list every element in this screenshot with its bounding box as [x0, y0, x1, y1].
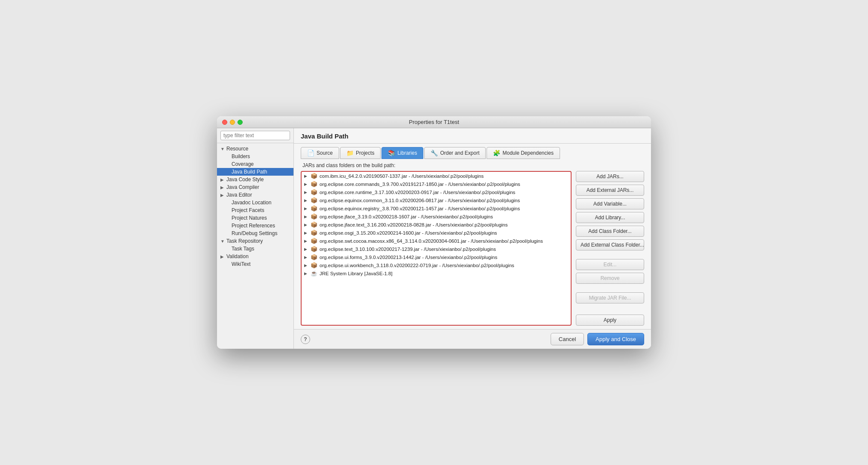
right-buttons-panel: Add JARs... Add External JARs... Add Var…: [576, 171, 644, 326]
sidebar-item-java-editor[interactable]: ▶Java Editor: [217, 191, 293, 199]
filter-container: [217, 128, 293, 143]
sidebar-item-builders[interactable]: Builders: [217, 153, 293, 160]
apply-button[interactable]: Apply: [576, 315, 644, 326]
maximize-button[interactable]: [238, 120, 243, 125]
jre-label: JRE System Library [JavaSE-1.8]: [320, 271, 393, 276]
sidebar-item-java-code-style[interactable]: ▶Java Code Style: [217, 176, 293, 183]
jar-list-item[interactable]: ▶📦org.eclipse.jface.text_3.16.200.v20200…: [302, 221, 571, 229]
migrate-jar-button[interactable]: Migrate JAR File...: [576, 292, 644, 303]
expand-icon: ▶: [220, 193, 225, 197]
expand-icon: ▶: [304, 190, 308, 194]
add-external-jars-button[interactable]: Add External JARs...: [576, 185, 644, 196]
sidebar-item-label: Run/Debug Settings: [232, 230, 277, 236]
sidebar-item-label: Javadoc Location: [232, 200, 271, 206]
tab-label: Projects: [356, 150, 374, 156]
traffic-lights: [222, 120, 243, 125]
tab-module-dependencies[interactable]: 🧩Module Dependencies: [487, 147, 560, 159]
jar-label: org.eclipse.jface.text_3.16.200.v2020021…: [320, 222, 507, 227]
window-body: ▼ResourceBuildersCoverageJava Build Path…: [217, 128, 651, 349]
jar-list-item[interactable]: ▶📦org.eclipse.equinox.registry_3.8.700.v…: [302, 204, 571, 212]
edit-button[interactable]: Edit...: [576, 259, 644, 270]
tab-projects[interactable]: 📁Projects: [340, 147, 381, 159]
jar-label: org.eclipse.ui.workbench_3.118.0.v202002…: [320, 263, 514, 268]
jar-list-item[interactable]: ▶📦org.eclipse.core.commands_3.9.700.v201…: [302, 180, 571, 188]
sidebar-item-coverage[interactable]: Coverage: [217, 160, 293, 168]
jar-list-item[interactable]: ▶📦org.eclipse.ui.forms_3.9.0.v20200213-1…: [302, 253, 571, 261]
expand-icon: ▶: [304, 206, 308, 211]
sidebar-item-java-build-path[interactable]: Java Build Path: [217, 168, 293, 176]
jar-label: com.ibm.icu_64.2.0.v20190507-1337.jar - …: [320, 174, 484, 179]
tab-libraries[interactable]: 📚Libraries: [381, 147, 423, 159]
sidebar-item-validation[interactable]: ▶Validation: [217, 253, 293, 260]
jar-icon: 📦: [310, 205, 318, 212]
sidebar-item-resource[interactable]: ▼Resource: [217, 145, 293, 153]
jar-list[interactable]: ▶📦com.ibm.icu_64.2.0.v20190507-1337.jar …: [301, 171, 572, 326]
jar-list-item[interactable]: ▶📦org.eclipse.equinox.common_3.11.0.v202…: [302, 196, 571, 204]
jar-icon: 📦: [310, 254, 318, 260]
jar-list-item[interactable]: ▶📦org.eclipse.ui.workbench_3.118.0.v2020…: [302, 261, 571, 269]
expand-icon: ▼: [220, 239, 225, 244]
sidebar-item-javadoc-location[interactable]: Javadoc Location: [217, 199, 293, 206]
jar-list-item[interactable]: ▶📦org.eclipse.jface_3.19.0.v20200218-160…: [302, 212, 571, 221]
jar-list-item[interactable]: ▶📦com.ibm.icu_64.2.0.v20190507-1337.jar …: [302, 172, 571, 180]
sidebar-item-label: Project Natures: [232, 215, 267, 221]
minimize-button[interactable]: [230, 120, 235, 125]
add-library-button[interactable]: Add Library...: [576, 212, 644, 223]
sidebar-item-label: Java Editor: [226, 192, 252, 198]
jar-label: org.eclipse.swt.cocoa.macosx.x86_64_3.11…: [320, 238, 543, 244]
sidebar-item-java-compiler[interactable]: ▶Java Compiler: [217, 183, 293, 191]
page-title: Java Build Path: [301, 132, 349, 140]
jar-label: org.eclipse.core.runtime_3.17.100.v20200…: [320, 190, 515, 195]
tab-label: Module Dependencies: [502, 150, 553, 156]
close-button[interactable]: [222, 120, 227, 125]
sidebar-item-project-facets[interactable]: Project Facets: [217, 206, 293, 214]
expand-icon: ▼: [220, 147, 225, 151]
expand-icon: ▶: [304, 223, 308, 227]
jar-list-item[interactable]: ▶📦org.eclipse.core.runtime_3.17.100.v202…: [302, 188, 571, 196]
jar-icon: 📦: [310, 238, 318, 244]
jar-icon: 📦: [310, 173, 318, 179]
add-jars-button[interactable]: Add JARs...: [576, 171, 644, 182]
jar-list-item[interactable]: ▶📦org.eclipse.osgi_3.15.200.v20200214-16…: [302, 229, 571, 237]
add-external-class-folder-button[interactable]: Add External Class Folder...: [576, 239, 644, 250]
order-export-icon: 🔧: [431, 150, 438, 156]
expand-icon: ▶: [304, 182, 308, 186]
jar-list-item[interactable]: ▶📦org.eclipse.text_3.10.100.v20200217-12…: [302, 245, 571, 253]
sidebar-item-label: Coverage: [232, 161, 254, 167]
properties-window: Properties for T1test ▼ResourceBuildersC…: [217, 116, 651, 349]
sidebar-item-wikitext[interactable]: WikiText: [217, 260, 293, 268]
expand-icon: ▶: [304, 271, 308, 276]
sidebar-item-project-natures[interactable]: Project Natures: [217, 214, 293, 222]
sidebar-item-label: Task Tags: [232, 246, 254, 252]
sidebar-item-label: Java Compiler: [226, 184, 259, 190]
libraries-icon: 📚: [388, 150, 395, 156]
jar-icon: 📦: [310, 189, 318, 195]
add-class-folder-button[interactable]: Add Class Folder...: [576, 226, 644, 237]
tab-source[interactable]: 📄Source: [301, 147, 339, 159]
sidebar-item-project-references[interactable]: Project References: [217, 222, 293, 230]
sidebar-item-label: Java Build Path: [232, 169, 267, 175]
jar-icon: 📦: [310, 221, 318, 228]
add-variable-button[interactable]: Add Variable...: [576, 198, 644, 209]
sidebar-item-task-tags[interactable]: Task Tags: [217, 245, 293, 253]
footer-right: Cancel Apply and Close: [551, 333, 644, 345]
help-button[interactable]: ?: [301, 335, 310, 344]
jar-icon: 📦: [310, 246, 318, 252]
apply-close-button[interactable]: Apply and Close: [587, 333, 644, 345]
footer-left: ?: [301, 335, 310, 344]
sidebar-item-label: Resource: [226, 146, 248, 152]
sidebar-item-run-debug-settings[interactable]: Run/Debug Settings: [217, 230, 293, 237]
sidebar-item-label: Task Repository: [226, 238, 263, 244]
expand-icon: ▶: [304, 263, 308, 268]
sidebar: ▼ResourceBuildersCoverageJava Build Path…: [217, 128, 294, 349]
sidebar-item-label: Builders: [232, 153, 250, 159]
tab-order-export[interactable]: 🔧Order and Export: [424, 147, 486, 159]
jre-list-item[interactable]: ▶☕JRE System Library [JavaSE-1.8]: [302, 269, 571, 277]
search-input[interactable]: [220, 131, 290, 140]
remove-button[interactable]: Remove: [576, 273, 644, 284]
sidebar-item-task-repository[interactable]: ▼Task Repository: [217, 237, 293, 245]
jar-label: org.eclipse.equinox.common_3.11.0.v20200…: [320, 198, 520, 203]
list-and-buttons: ▶📦com.ibm.icu_64.2.0.v20190507-1337.jar …: [301, 171, 644, 326]
jar-list-item[interactable]: ▶📦org.eclipse.swt.cocoa.macosx.x86_64_3.…: [302, 237, 571, 245]
cancel-button[interactable]: Cancel: [551, 333, 584, 345]
